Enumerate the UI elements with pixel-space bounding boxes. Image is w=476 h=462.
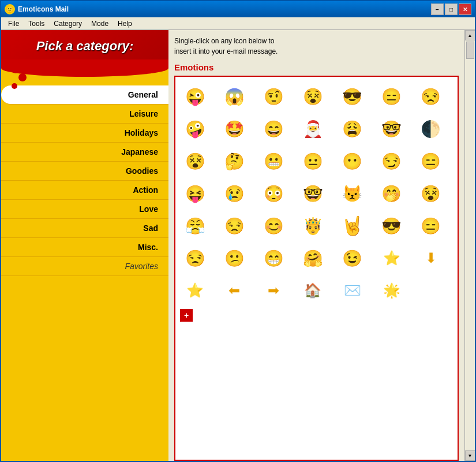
emoticon-46[interactable]: 🏠 (298, 275, 328, 305)
emoticon-22[interactable]: 😝 (180, 178, 210, 208)
emoticon-34[interactable]: 😎 (377, 211, 407, 241)
pick-category-label: Pick a category: (13, 39, 157, 54)
scroll-thumb[interactable] (466, 42, 474, 59)
category-misc[interactable]: Misc. (1, 238, 168, 257)
emoticon-14[interactable]: 🌓 (416, 114, 446, 144)
emoticon-20[interactable]: 😏 (377, 146, 407, 176)
emoticon-1[interactable]: 😜 (180, 81, 210, 111)
close-button[interactable]: ✕ (459, 3, 471, 15)
emoticon-42[interactable]: ⬇ (416, 243, 446, 273)
category-general[interactable]: General (1, 85, 168, 105)
menu-mode[interactable]: Mode (87, 18, 113, 29)
emoticon-10[interactable]: 😄 (258, 114, 288, 144)
emoticon-8[interactable]: 🤪 (180, 114, 210, 144)
emoticon-13[interactable]: 🤓 (377, 114, 407, 144)
category-love[interactable]: Love (1, 200, 168, 219)
category-leisure[interactable]: Leisure (1, 105, 168, 124)
emoticon-37[interactable]: 😕 (219, 243, 249, 273)
menu-bar: File Tools Category Mode Help (1, 17, 475, 30)
app-icon: 🙂 (5, 4, 15, 14)
emoticons-container: 😜 😱 🤨 😵 😎 😑 😒 🤪 🤩 😄 🎅 😩 🤓 🌓 (174, 76, 459, 461)
emoticon-2[interactable]: 😱 (219, 81, 249, 111)
emoticon-9[interactable]: 🤩 (219, 114, 249, 144)
emoticon-25[interactable]: 🤓 (298, 178, 328, 208)
main-window: 🙂 Emoticons Mail − □ ✕ File Tools Catego… (0, 0, 476, 462)
emoticon-33[interactable]: 🤘 (338, 211, 368, 241)
window-title: Emoticons Mail (18, 5, 431, 13)
emoticon-27[interactable]: 🤭 (377, 178, 407, 208)
emoticon-48[interactable]: 🌟 (377, 275, 407, 305)
category-list: General Leisure Holidays Japanese Goodie… (1, 85, 168, 461)
emoticon-45[interactable]: ➡ (258, 275, 288, 305)
category-goodies[interactable]: Goodies (1, 162, 168, 181)
emoticon-19[interactable]: 😶 (338, 146, 368, 176)
emoticon-3[interactable]: 🤨 (258, 81, 288, 111)
scrollbar: ▲ ▼ (464, 30, 475, 461)
sidebar: Pick a category: General Leisure Holiday… (1, 30, 168, 461)
emoticon-7[interactable]: 😒 (416, 81, 446, 111)
emoticon-4[interactable]: 😵 (298, 81, 328, 111)
emoticon-28[interactable]: 😵 (416, 178, 446, 208)
emoticon-32[interactable]: 🤴 (298, 211, 328, 241)
instruction-text: Single-click on any icon below toinsert … (174, 36, 459, 57)
emoticon-39[interactable]: 🤗 (298, 243, 328, 273)
category-sad[interactable]: Sad (1, 219, 168, 238)
emoticon-31[interactable]: 😊 (258, 211, 288, 241)
emoticon-24[interactable]: 😳 (258, 178, 288, 208)
sidebar-blob3 (12, 83, 17, 89)
emoticon-23[interactable]: 😢 (219, 178, 249, 208)
emoticon-5[interactable]: 😎 (338, 81, 368, 111)
menu-help[interactable]: Help (113, 18, 137, 29)
category-japanese[interactable]: Japanese (1, 143, 168, 162)
emoticon-30[interactable]: 😒 (219, 211, 249, 241)
emoticon-43[interactable]: ⭐ (180, 275, 210, 305)
emoticon-12[interactable]: 😩 (338, 114, 368, 144)
menu-tools[interactable]: Tools (24, 18, 49, 29)
emoticon-38[interactable]: 😁 (258, 243, 288, 273)
scroll-up-arrow[interactable]: ▲ (465, 30, 475, 40)
emoticon-26[interactable]: 😾 (338, 178, 368, 208)
emoticon-41[interactable]: ⭐ (377, 243, 407, 273)
title-bar: 🙂 Emoticons Mail − □ ✕ (1, 1, 475, 17)
emotions-title: Emotions (174, 62, 459, 72)
emoticon-44[interactable]: ⬅ (219, 275, 249, 305)
emoticon-empty (416, 275, 446, 305)
sidebar-blob2 (18, 73, 27, 81)
main-content: Pick a category: General Leisure Holiday… (1, 30, 475, 461)
emoticon-16[interactable]: 🤔 (219, 146, 249, 176)
right-panel: Single-click on any icon below toinsert … (168, 30, 464, 461)
sidebar-header: Pick a category: (1, 30, 168, 68)
window-controls: − □ ✕ (431, 3, 471, 15)
emoticon-18[interactable]: 😐 (298, 146, 328, 176)
add-emoticon-button[interactable]: + (180, 309, 193, 322)
emoticon-15[interactable]: 😵 (180, 146, 210, 176)
menu-category[interactable]: Category (49, 18, 87, 29)
emoticon-11[interactable]: 🎅 (298, 114, 328, 144)
emoticon-35[interactable]: 😑 (416, 211, 446, 241)
emoticons-grid: 😜 😱 🤨 😵 😎 😑 😒 🤪 🤩 😄 🎅 😩 🤓 🌓 (180, 81, 453, 305)
emoticon-40[interactable]: 😉 (338, 243, 368, 273)
menu-file[interactable]: File (3, 18, 24, 29)
maximize-button[interactable]: □ (445, 3, 458, 15)
category-favorites[interactable]: Favorites (1, 257, 168, 276)
emoticon-6[interactable]: 😑 (377, 81, 407, 111)
emoticon-17[interactable]: 😬 (258, 146, 288, 176)
emoticon-36[interactable]: 😒 (180, 243, 210, 273)
category-action[interactable]: Action (1, 181, 168, 200)
emoticon-21[interactable]: 😑 (416, 146, 446, 176)
scroll-track[interactable] (466, 40, 475, 450)
sidebar-blob1 (10, 62, 21, 73)
scroll-down-arrow[interactable]: ▼ (465, 450, 475, 461)
category-holidays[interactable]: Holidays (1, 124, 168, 143)
minimize-button[interactable]: − (431, 3, 444, 15)
emoticon-47[interactable]: ✉️ (338, 275, 368, 305)
emoticon-29[interactable]: 😤 (180, 211, 210, 241)
